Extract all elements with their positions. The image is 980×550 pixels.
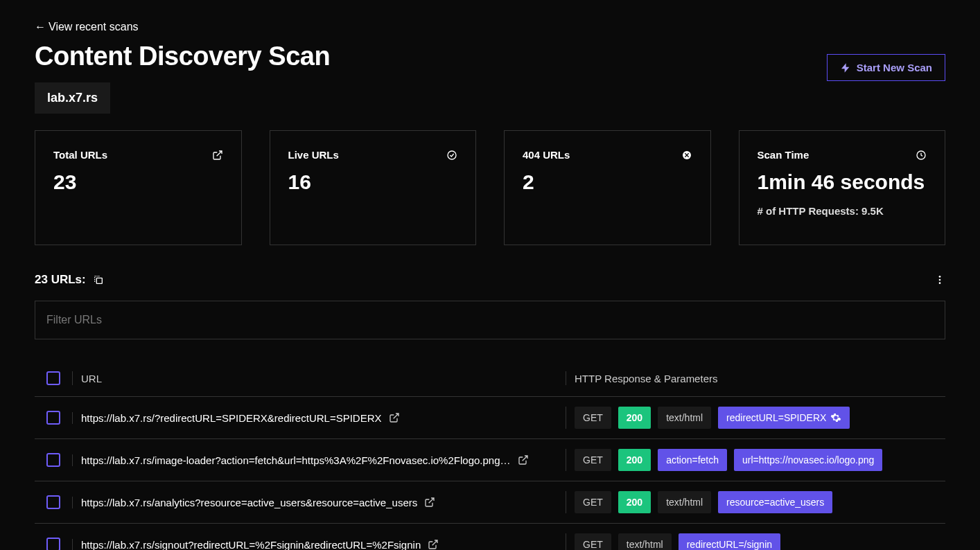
- url-text[interactable]: https://lab.x7.rs/analytics?resource=act…: [81, 497, 417, 508]
- status-badge: 200: [618, 449, 651, 471]
- select-all-checkbox[interactable]: [46, 371, 60, 385]
- svg-point-0: [448, 151, 456, 159]
- close-circle-icon: [681, 150, 692, 161]
- back-link[interactable]: ← View recent scans: [35, 21, 139, 33]
- copy-icon[interactable]: [93, 274, 104, 285]
- svg-point-4: [939, 276, 941, 278]
- open-in-new-icon[interactable]: [518, 454, 529, 465]
- param-badge[interactable]: redirectURL=SPIDERX: [718, 407, 850, 429]
- url-text[interactable]: https://lab.x7.rs/image-loader?action=fe…: [81, 454, 511, 466]
- filter-urls-input[interactable]: [35, 301, 945, 339]
- table-row: https://lab.x7.rs/?redirectURL=SPIDERX&r…: [35, 397, 945, 439]
- stat-label: Scan Time: [758, 149, 810, 161]
- status-badge: 200: [618, 407, 651, 429]
- http-method-badge: GET: [575, 407, 611, 429]
- start-new-scan-button[interactable]: Start New Scan: [827, 54, 945, 81]
- stat-value: 16: [288, 170, 458, 194]
- open-in-new-icon[interactable]: [389, 412, 400, 423]
- table-row: https://lab.x7.rs/image-loader?action=fe…: [35, 439, 945, 481]
- bolt-icon: [840, 62, 851, 73]
- stat-card-total-urls: Total URLs 23: [35, 130, 242, 245]
- stat-card-live-urls: Live URLs 16: [270, 130, 477, 245]
- arrow-left-icon: ←: [35, 21, 46, 33]
- stat-card-404-urls: 404 URLs 2: [504, 130, 711, 245]
- http-method-badge: GET: [575, 533, 611, 550]
- url-text[interactable]: https://lab.x7.rs/signout?redirectURL=%2…: [81, 539, 421, 551]
- table-header: URL HTTP Response & Parameters: [35, 360, 945, 397]
- http-method-badge: GET: [575, 449, 611, 471]
- url-text[interactable]: https://lab.x7.rs/?redirectURL=SPIDERX&r…: [81, 412, 382, 424]
- stat-label: Total URLs: [53, 149, 107, 161]
- stat-value: 23: [53, 170, 223, 194]
- content-type-badge: text/html: [618, 533, 672, 550]
- row-checkbox[interactable]: [46, 453, 60, 467]
- content-type-badge: text/html: [658, 407, 711, 429]
- param-badge[interactable]: resource=active_users: [718, 491, 832, 513]
- content-type-badge: text/html: [658, 491, 711, 513]
- row-checkbox[interactable]: [46, 538, 60, 550]
- gear-icon[interactable]: [830, 412, 841, 423]
- check-circle-icon: [446, 150, 457, 161]
- stat-label: Live URLs: [288, 149, 339, 161]
- svg-point-5: [939, 279, 941, 281]
- svg-point-6: [939, 282, 941, 284]
- row-checkbox[interactable]: [46, 495, 60, 509]
- col-resp-label: HTTP Response & Parameters: [575, 373, 717, 384]
- param-badge[interactable]: action=fetch: [658, 449, 727, 471]
- start-scan-label: Start New Scan: [857, 62, 932, 73]
- col-url-label: URL: [81, 373, 102, 384]
- host-badge: lab.x7.rs: [35, 82, 110, 114]
- stat-label: 404 URLs: [523, 149, 570, 161]
- stat-card-scan-time: Scan Time 1min 46 seconds # of HTTP Requ…: [739, 130, 946, 245]
- table-row: https://lab.x7.rs/analytics?resource=act…: [35, 481, 945, 524]
- svg-rect-3: [96, 278, 102, 283]
- more-vert-icon[interactable]: [934, 274, 945, 285]
- open-in-new-icon[interactable]: [424, 497, 435, 508]
- page-title: Content Discovery Scan: [35, 42, 330, 71]
- stat-value: 2: [523, 170, 692, 194]
- param-badge[interactable]: redirectURL=/signin: [679, 533, 780, 550]
- row-checkbox[interactable]: [46, 411, 60, 425]
- http-method-badge: GET: [575, 491, 611, 513]
- open-in-new-icon[interactable]: [212, 150, 223, 161]
- table-row: https://lab.x7.rs/signout?redirectURL=%2…: [35, 524, 945, 550]
- back-link-label: View recent scans: [49, 21, 139, 33]
- stat-sub: # of HTTP Requests: 9.5K: [758, 205, 927, 217]
- clock-icon: [916, 150, 927, 161]
- urls-table: URL HTTP Response & Parameters https://l…: [35, 360, 945, 550]
- param-badge[interactable]: url=https://novasec.io/logo.png: [734, 449, 882, 471]
- stat-value: 1min 46 seconds: [758, 170, 927, 194]
- status-badge: 200: [618, 491, 651, 513]
- open-in-new-icon[interactable]: [428, 539, 439, 550]
- urls-count-label: 23 URLs:: [35, 273, 86, 287]
